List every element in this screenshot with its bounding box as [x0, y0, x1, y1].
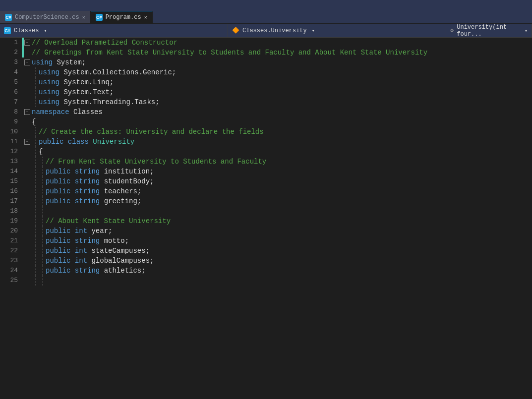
indent-guide	[32, 137, 39, 147]
indent-guide	[39, 206, 46, 216]
token-normal: System.Collections.Generic;	[59, 68, 176, 76]
line-number: 23	[0, 256, 22, 266]
token-keyword: public	[46, 187, 70, 195]
indent-guide	[39, 276, 46, 285]
indent-guide	[39, 167, 46, 176]
table-row: 10// Create the class: University and de…	[0, 127, 532, 137]
indent-guide	[32, 236, 39, 246]
tab-label: ComputerScience.cs	[15, 14, 79, 21]
university-dropdown-caret: ▾	[312, 28, 315, 34]
line-number: 4	[0, 67, 22, 77]
token-keyword: using	[39, 78, 59, 86]
indent-guide	[32, 77, 39, 87]
indent-guide	[39, 246, 46, 256]
line-number: 10	[0, 127, 22, 137]
title-bar	[0, 0, 532, 11]
token-keyword: public	[46, 168, 70, 175]
code-text: using System.Collections.Generic;	[39, 67, 532, 77]
collapse-icon[interactable]: –	[24, 109, 30, 115]
code-text: using System.Threading.Tasks;	[39, 97, 532, 107]
code-text: public string motto;	[46, 236, 532, 246]
token-keyword: using	[39, 68, 59, 76]
indent-guide	[32, 216, 39, 226]
token-normal: motto;	[100, 237, 129, 245]
collapse-col[interactable]: –	[24, 109, 32, 115]
token-comment: // Greetings from Kent State University …	[32, 49, 427, 57]
line-number: 1	[0, 38, 22, 48]
token-keyword: class	[68, 138, 89, 146]
table-row: 9{	[0, 117, 532, 127]
line-number: 2	[0, 48, 22, 57]
token-keyword: int	[75, 227, 87, 235]
indent-guide	[32, 97, 39, 107]
code-text: // Overload Parametized Constructor	[32, 38, 532, 48]
line-number: 22	[0, 246, 22, 256]
token-normal: greeting;	[100, 197, 141, 205]
indent-guide	[39, 256, 46, 266]
tab-icon: C#	[5, 14, 12, 21]
token-comment: // Overload Parametized Constructor	[32, 39, 177, 47]
line-number: 14	[0, 167, 22, 176]
token-normal: stateCampuses;	[87, 247, 150, 255]
method-dropdown[interactable]: ⚙ University(int four... ▾	[446, 24, 532, 37]
line-number: 17	[0, 196, 22, 206]
classes-dropdown[interactable]: C# Classes ▾	[0, 24, 228, 37]
method-dropdown-caret: ▾	[525, 28, 528, 34]
table-row: 21public string motto;	[0, 236, 532, 246]
collapse-icon[interactable]: –	[24, 59, 30, 65]
line-number: 5	[0, 77, 22, 87]
token-normal	[70, 168, 74, 175]
green-indicator	[22, 48, 24, 57]
token-keyword: string	[75, 237, 100, 245]
token-keyword: using	[39, 88, 59, 96]
collapse-col[interactable]: –	[24, 59, 32, 65]
table-row: 5using System.Linq;	[0, 77, 532, 87]
token-keyword: string	[75, 187, 100, 195]
indent-guide	[32, 167, 39, 176]
token-normal: {	[32, 118, 36, 126]
method-dropdown-value: University(int four...	[457, 24, 520, 38]
token-normal: System.Threading.Tasks;	[59, 98, 160, 106]
tab-computerscience[interactable]: C# ComputerScience.cs ✕	[0, 11, 91, 23]
indent-guide	[39, 236, 46, 246]
token-normal: institution;	[100, 168, 154, 175]
code-text: // Greetings from Kent State University …	[32, 48, 532, 57]
collapse-icon[interactable]: –	[24, 40, 30, 46]
tab-icon: C#	[96, 14, 103, 21]
collapse-col[interactable]: –	[24, 40, 32, 46]
code-text: public class University	[39, 137, 532, 147]
tab-close-button[interactable]: ✕	[82, 14, 85, 20]
token-keyword: public	[46, 247, 70, 255]
table-row: 4using System.Collections.Generic;	[0, 67, 532, 77]
line-number: 7	[0, 97, 22, 107]
table-row: 18	[0, 206, 532, 216]
token-keyword: public	[46, 267, 70, 275]
table-row: 2// Greetings from Kent State University…	[0, 48, 532, 57]
table-row: 25	[0, 276, 532, 285]
indent-guide	[32, 176, 39, 186]
line-number: 18	[0, 206, 22, 216]
collapse-icon[interactable]: –	[24, 139, 30, 145]
indent-guide	[39, 196, 46, 206]
indent-guide	[32, 127, 39, 137]
tab-close-button[interactable]: ✕	[144, 14, 147, 20]
code-text: // From Kent State University to Student…	[46, 157, 532, 167]
tab-label: Program.cs	[106, 14, 141, 21]
token-normal	[70, 267, 74, 275]
indent-guide	[32, 186, 39, 196]
token-comment: // From Kent State University to Student…	[46, 158, 266, 166]
token-normal: athletics;	[100, 267, 145, 275]
line-number: 12	[0, 147, 22, 157]
code-text: {	[32, 117, 532, 127]
token-keyword: public	[46, 177, 70, 185]
token-keyword: namespace	[32, 108, 69, 116]
line-number: 15	[0, 176, 22, 186]
indent-guide	[39, 176, 46, 186]
code-text: public string teachers;	[46, 186, 532, 196]
tab-program[interactable]: C# Program.cs ✕	[91, 11, 153, 23]
collapse-col[interactable]: –	[24, 139, 32, 145]
table-row: 16public string teachers;	[0, 186, 532, 196]
table-row: 11–public class University	[0, 137, 532, 147]
token-comment: // About Kent State University	[46, 217, 171, 225]
university-dropdown[interactable]: 🔶 Classes.University ▾	[228, 24, 446, 37]
